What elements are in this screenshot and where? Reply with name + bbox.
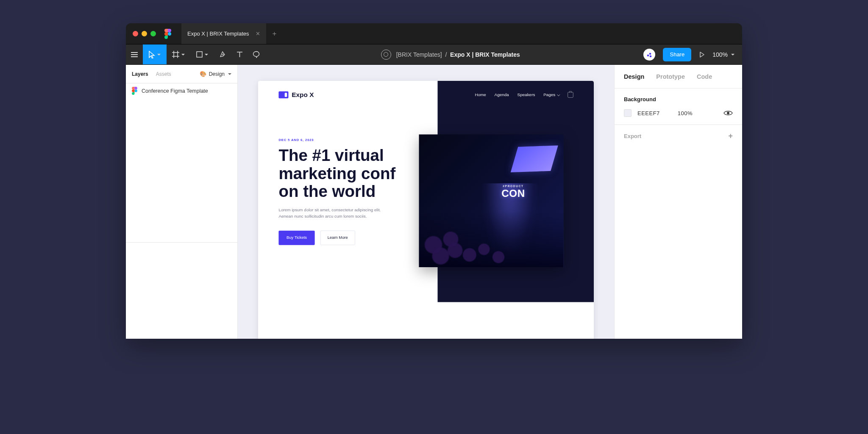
chevron-down-icon <box>557 93 560 96</box>
tool-bar: [BRIX Templates] / Expo X | BRIX Templat… <box>126 44 742 65</box>
pen-icon <box>219 51 226 58</box>
svg-point-4 <box>649 53 651 55</box>
background-heading: Background <box>624 96 733 102</box>
learn-more-button[interactable]: Learn More <box>320 231 355 245</box>
left-panel-spacer <box>126 242 237 339</box>
nav-pages-label: Pages <box>543 92 555 97</box>
title-bar: Expo X | BRIX Templates ✕ + <box>126 23 742 44</box>
right-panel: Design Prototype Code Background EEEEF7 … <box>614 65 742 339</box>
brand-logo-icon <box>278 91 288 99</box>
export-heading: Export <box>624 133 641 139</box>
left-panel-header: Layers Assets Design <box>126 65 237 83</box>
file-breadcrumb[interactable]: [BRIX Templates] / Expo X | BRIX Templat… <box>265 50 636 60</box>
pages-dropdown[interactable]: Design <box>200 71 231 77</box>
svg-point-7 <box>727 112 729 114</box>
background-section: Background EEEEF7 100% <box>615 88 742 125</box>
tab-design[interactable]: Design <box>624 73 644 80</box>
hero-section: DEC 5 AND 6, 2023 The #1 virtual marketi… <box>258 99 398 245</box>
hamburger-icon <box>131 52 138 57</box>
breadcrumb-project: [BRIX Templates] <box>396 51 442 58</box>
user-dots-icon <box>646 51 653 58</box>
svg-point-0 <box>168 32 171 36</box>
present-button[interactable] <box>699 44 705 64</box>
new-tab-button[interactable]: + <box>266 30 282 38</box>
hero-body: Lorem ipsum dolor sit amet, consectetur … <box>278 207 386 220</box>
add-export-button[interactable]: + <box>728 132 733 141</box>
layer-row[interactable]: Conference Figma Template <box>126 83 237 98</box>
visibility-toggle[interactable] <box>723 110 733 116</box>
background-swatch[interactable] <box>624 109 632 117</box>
stage-banner-main: CON <box>501 188 525 199</box>
hero-title: The #1 virtual marketing conf on the wor… <box>278 147 398 200</box>
move-tool-button[interactable] <box>143 44 167 64</box>
tab-layers[interactable]: Layers <box>132 71 148 77</box>
zoom-level: 100% <box>712 51 728 58</box>
svg-rect-1 <box>197 52 202 57</box>
nav-speakers[interactable]: Speakers <box>517 92 535 97</box>
right-panel-tabs: Design Prototype Code <box>615 65 742 88</box>
comment-tool-button[interactable] <box>248 44 265 64</box>
left-panel-tabs: Layers Assets <box>132 71 171 77</box>
share-button[interactable]: Share <box>663 48 691 61</box>
figma-file-icon <box>132 87 137 95</box>
shape-tool-button[interactable] <box>190 44 214 64</box>
artboard[interactable]: Expo X Home Agenda Speakers Pages <box>258 81 594 339</box>
main-menu-button[interactable] <box>126 44 143 64</box>
canvas[interactable]: Expo X Home Agenda Speakers Pages <box>238 65 614 339</box>
buy-tickets-button[interactable]: Buy Tickets <box>278 231 314 245</box>
chevron-down-icon <box>181 54 185 55</box>
svg-point-6 <box>135 89 137 92</box>
pen-tool-button[interactable] <box>214 44 231 64</box>
tab-title: Expo X | BRIX Templates <box>187 30 249 37</box>
minimize-window-button[interactable] <box>142 31 147 36</box>
svg-point-5 <box>650 55 652 57</box>
hero-ctas: Buy Tickets Learn More <box>278 231 398 245</box>
background-opacity[interactable]: 100% <box>678 110 693 116</box>
figma-window: Expo X | BRIX Templates ✕ + <box>126 23 742 339</box>
play-icon <box>699 52 705 58</box>
hero-title-l3: on the world <box>278 182 376 200</box>
owner-avatar-icon <box>381 50 391 60</box>
window-controls <box>133 31 156 36</box>
hero-date: DEC 5 AND 6, 2023 <box>278 138 398 142</box>
close-tab-icon[interactable]: ✕ <box>256 30 260 37</box>
nav-pages[interactable]: Pages <box>543 92 559 97</box>
maximize-window-button[interactable] <box>150 31 156 36</box>
active-file-tab[interactable]: Expo X | BRIX Templates ✕ <box>181 23 266 44</box>
stage-banner: #PRODUCT CON <box>501 185 525 199</box>
main-area: Layers Assets Design Conference Figma Te… <box>126 65 742 339</box>
chevron-down-icon <box>731 54 734 55</box>
tool-bar-right: Share 100% <box>636 44 742 64</box>
chevron-down-icon <box>205 54 208 55</box>
hero-title-l2: marketing conf <box>278 164 395 182</box>
svg-point-2 <box>222 54 223 55</box>
stage-banner-sub: #PRODUCT <box>501 185 525 188</box>
brand-name: Expo X <box>292 91 314 99</box>
nav-agenda[interactable]: Agenda <box>495 92 509 97</box>
user-avatar[interactable] <box>643 49 655 61</box>
background-color-row: EEEEF7 100% <box>624 109 733 117</box>
breadcrumb-file: Expo X | BRIX Templates <box>450 51 520 58</box>
frame-tool-button[interactable] <box>167 44 190 64</box>
site-nav: Home Agenda Speakers Pages <box>475 92 573 97</box>
chat-icon <box>253 51 260 58</box>
left-panel: Layers Assets Design Conference Figma Te… <box>126 65 238 339</box>
tab-prototype[interactable]: Prototype <box>656 73 685 80</box>
text-tool-button[interactable] <box>231 44 248 64</box>
text-icon <box>236 51 243 58</box>
stage-screen-graphic <box>511 145 558 172</box>
tab-code[interactable]: Code <box>697 73 712 80</box>
hero-title-l1: The #1 virtual <box>278 147 384 165</box>
rectangle-icon <box>196 51 203 58</box>
background-hex[interactable]: EEEEF7 <box>637 110 660 116</box>
hero-image: #PRODUCT CON <box>419 135 564 268</box>
svg-point-3 <box>647 54 649 56</box>
site-header: Expo X Home Agenda Speakers Pages <box>258 81 594 99</box>
zoom-dropdown[interactable]: 100% <box>712 51 734 58</box>
nav-home[interactable]: Home <box>475 92 486 97</box>
tab-assets[interactable]: Assets <box>156 71 171 77</box>
close-window-button[interactable] <box>133 31 138 36</box>
export-section: Export + <box>615 125 742 147</box>
chevron-down-icon <box>157 54 161 55</box>
cart-icon[interactable] <box>568 92 573 97</box>
